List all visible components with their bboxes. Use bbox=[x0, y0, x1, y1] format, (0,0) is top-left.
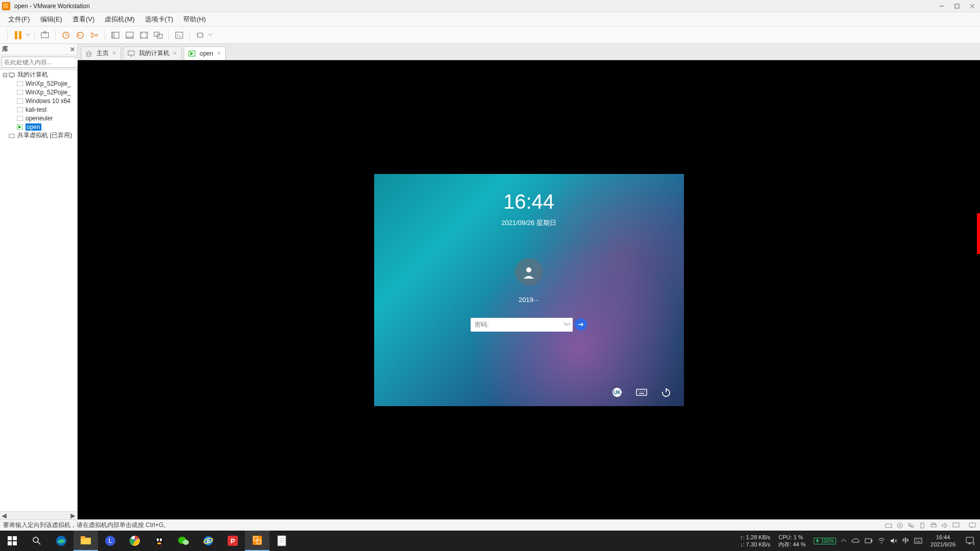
menu-edit[interactable]: 编辑(E) bbox=[35, 13, 67, 26]
svg-point-113 bbox=[918, 539, 918, 540]
snapshot-take-icon[interactable] bbox=[59, 29, 72, 42]
library-search-input[interactable] bbox=[4, 59, 81, 66]
svg-rect-35 bbox=[17, 116, 23, 121]
svg-rect-18 bbox=[126, 36, 133, 38]
tray-ime-lang[interactable]: 中 bbox=[902, 536, 909, 545]
action-center-icon[interactable]: 3 bbox=[960, 531, 980, 551]
library-hscroll[interactable]: ◀ ▶ bbox=[0, 511, 77, 519]
tab-open[interactable]: open ✕ bbox=[184, 46, 226, 60]
svg-rect-22 bbox=[176, 32, 183, 38]
scroll-right-icon[interactable]: ▶ bbox=[69, 512, 77, 519]
collapse-icon[interactable]: ⊟ bbox=[2, 71, 8, 79]
tray-ime-keyboard-icon[interactable] bbox=[914, 538, 922, 544]
device-cd-icon[interactable] bbox=[895, 521, 904, 530]
onscreen-keyboard-icon[interactable] bbox=[636, 387, 647, 398]
taskbar-chrome-icon[interactable] bbox=[122, 531, 147, 551]
accessibility-icon[interactable]: UK bbox=[611, 387, 623, 398]
tree-root-mycomputer[interactable]: ⊟ 我的计算机 bbox=[0, 70, 77, 79]
svg-line-13 bbox=[93, 34, 96, 35]
menu-vm[interactable]: 虚拟机(M) bbox=[100, 13, 140, 26]
window-restore-button[interactable] bbox=[949, 1, 965, 12]
login-password-input[interactable] bbox=[471, 318, 561, 332]
tree-vm-2[interactable]: Windows 10 x64 bbox=[0, 96, 77, 105]
scroll-left-icon[interactable]: ◀ bbox=[0, 512, 8, 519]
library-close-button[interactable]: ✕ bbox=[70, 46, 75, 53]
statusbar-messages-icon[interactable] bbox=[968, 521, 977, 530]
vmware-status-bar: 要将输入定向到该虚拟机，请在虚拟机内部单击或按 Ctrl+G。 bbox=[0, 519, 980, 531]
tab-close-icon[interactable]: ✕ bbox=[216, 50, 221, 57]
svg-marker-104 bbox=[816, 538, 819, 543]
device-network-icon[interactable] bbox=[906, 521, 916, 530]
device-sound-icon[interactable] bbox=[940, 521, 949, 530]
library-search[interactable]: ▼ bbox=[2, 57, 76, 68]
taskbar-edge-icon[interactable] bbox=[49, 531, 74, 551]
start-button[interactable] bbox=[0, 531, 24, 551]
taskbar-search-icon[interactable] bbox=[24, 531, 49, 551]
vm-display-area[interactable]: 16:44 2021/09/26 星期日 2019··· UK bbox=[78, 60, 980, 519]
power-icon[interactable] bbox=[660, 387, 672, 398]
svg-rect-70 bbox=[953, 523, 959, 527]
tree-vm-0[interactable]: WinXp_52Pojie_ bbox=[0, 79, 77, 88]
tray-clock[interactable]: 16:44 2021/9/26 bbox=[926, 534, 960, 548]
window-minimize-button[interactable] bbox=[934, 1, 949, 12]
taskbar-ie-icon[interactable]: e bbox=[196, 531, 220, 551]
battery-indicator[interactable]: 100% bbox=[814, 538, 836, 544]
tray-expand-icon[interactable] bbox=[841, 538, 846, 543]
login-submit-button[interactable] bbox=[575, 318, 587, 331]
snapshot-manager-icon[interactable] bbox=[88, 29, 101, 42]
taskbar-app-blue-icon[interactable]: L bbox=[98, 531, 122, 551]
tree-vm-3[interactable]: kali-test bbox=[0, 105, 77, 114]
menu-help[interactable]: 帮助(H) bbox=[178, 13, 211, 26]
tree-vm-open[interactable]: open bbox=[0, 122, 77, 131]
taskbar-red-app-icon[interactable]: P bbox=[220, 531, 245, 551]
tree-shared-vms[interactable]: 共享虚拟机 (已弃用) bbox=[0, 131, 77, 140]
stretch-guest-icon[interactable] bbox=[193, 29, 207, 42]
monitor-icon bbox=[128, 51, 135, 57]
taskbar-notepad-icon[interactable] bbox=[270, 531, 294, 551]
tab-close-icon[interactable]: ✕ bbox=[112, 50, 116, 57]
vm-running-icon bbox=[16, 123, 23, 131]
tree-vm-4[interactable]: openeuler bbox=[0, 114, 77, 122]
device-usb-icon[interactable] bbox=[918, 521, 927, 530]
tab-mycomputer[interactable]: 我的计算机 ✕ bbox=[123, 46, 182, 60]
view-unity-icon[interactable] bbox=[152, 29, 165, 42]
show-password-icon[interactable] bbox=[561, 318, 573, 332]
taskbar-explorer-icon[interactable] bbox=[74, 531, 98, 551]
guest-login-screen: 16:44 2021/09/26 星期日 2019··· UK bbox=[374, 174, 684, 406]
tab-close-icon[interactable]: ✕ bbox=[173, 50, 177, 57]
snapshot-revert-icon[interactable] bbox=[74, 29, 87, 42]
library-panel: 库 ✕ ▼ ⊟ 我的计算机 WinXp_52Pojie_ WinXp_52Poj… bbox=[0, 44, 78, 519]
svg-rect-111 bbox=[915, 538, 922, 543]
taskbar-vmware-icon[interactable] bbox=[245, 531, 270, 551]
user-avatar-icon[interactable] bbox=[515, 258, 543, 286]
send-ctrlaltdel-button[interactable] bbox=[38, 29, 52, 42]
tree-vm-1[interactable]: WinXp_52Pojie_ bbox=[0, 88, 77, 96]
device-disk-icon[interactable] bbox=[884, 521, 893, 530]
menu-view[interactable]: 查看(V) bbox=[67, 13, 100, 26]
svg-line-14 bbox=[93, 35, 96, 37]
view-fullscreen-icon[interactable] bbox=[137, 29, 151, 42]
tab-home[interactable]: 主页 ✕ bbox=[81, 46, 121, 60]
device-display-icon[interactable] bbox=[951, 521, 961, 530]
view-single-icon[interactable] bbox=[123, 29, 136, 42]
open-console-icon[interactable] bbox=[173, 29, 186, 42]
svg-rect-81 bbox=[81, 536, 85, 539]
device-printer-icon[interactable] bbox=[929, 521, 938, 530]
tray-wifi-icon[interactable] bbox=[878, 538, 885, 544]
tray-onedrive-icon[interactable] bbox=[851, 538, 860, 544]
svg-rect-29 bbox=[9, 73, 14, 77]
vm-pause-button[interactable] bbox=[11, 29, 24, 42]
taskbar-wechat-icon[interactable] bbox=[172, 531, 196, 551]
svg-rect-97 bbox=[253, 536, 262, 545]
window-close-button[interactable] bbox=[965, 1, 980, 12]
tray-volume-icon[interactable] bbox=[890, 538, 897, 544]
pause-dropdown[interactable] bbox=[25, 34, 31, 37]
menu-tabs[interactable]: 选项卡(T) bbox=[140, 13, 179, 26]
vmware-app-icon bbox=[2, 2, 10, 10]
taskbar-qq-icon[interactable] bbox=[147, 531, 172, 551]
svg-rect-66 bbox=[921, 523, 924, 528]
menu-file[interactable]: 文件(F) bbox=[3, 13, 35, 26]
tray-power-icon[interactable] bbox=[865, 538, 873, 543]
view-console-icon[interactable] bbox=[109, 29, 122, 42]
stretch-dropdown[interactable] bbox=[207, 34, 213, 37]
